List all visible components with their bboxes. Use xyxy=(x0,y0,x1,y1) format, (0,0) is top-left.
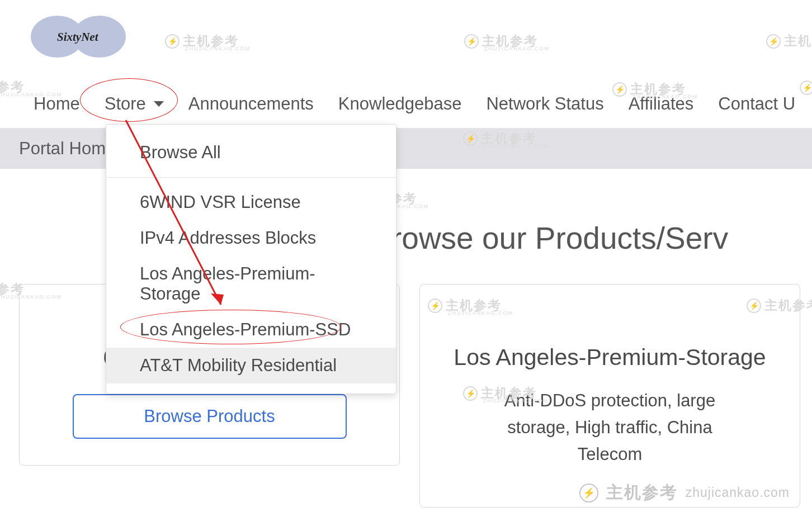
nav-affiliates[interactable]: Affiliates xyxy=(629,94,694,114)
footer-watermark: ⚡ 主机参考 zhujicankao.com xyxy=(579,481,790,504)
page-title: rowse our Products/Serv xyxy=(391,220,728,256)
dropdown-la-storage[interactable]: Los Angeles-Premium-Storage xyxy=(106,256,396,312)
nav-announcements[interactable]: Announcements xyxy=(188,94,314,114)
logo[interactable]: SixtyNet xyxy=(31,16,126,58)
watermark-icon: 参考 ZHUJICANKAO.COM xyxy=(0,78,25,96)
logo-text: SixtyNet xyxy=(57,30,98,44)
store-dropdown: Browse All 6WIND VSR License IPv4 Addres… xyxy=(106,124,396,394)
dropdown-la-ssd[interactable]: Los Angeles-Premium-SSD xyxy=(106,312,396,348)
nav-home[interactable]: Home xyxy=(34,94,80,114)
card-description: Anti-DDoS protection, large storage, Hig… xyxy=(420,387,800,468)
watermark-icon: ⚡主机参考ZHUJICANKAO.COM xyxy=(165,32,239,50)
dropdown-att-residential[interactable]: AT&T Mobility Residential xyxy=(106,348,396,383)
nav-store-label: Store xyxy=(105,94,146,114)
card-title: Los Angeles-Premium-Storage xyxy=(420,343,800,372)
watermark-icon: ⚡主机参考 xyxy=(766,32,812,50)
caret-down-icon xyxy=(154,101,164,107)
dropdown-browse-all[interactable]: Browse All xyxy=(106,135,396,170)
nav-knowledgebase[interactable]: Knowledgebase xyxy=(338,94,462,114)
dropdown-ipv4[interactable]: IPv4 Addresses Blocks xyxy=(106,220,396,256)
dropdown-divider xyxy=(106,177,396,178)
watermark-icon: ⚡ xyxy=(800,80,812,95)
nav-contact[interactable]: Contact U xyxy=(718,94,795,114)
product-card-la-storage: Los Angeles-Premium-Storage Anti-DDoS pr… xyxy=(419,284,800,508)
dropdown-6wind[interactable]: 6WIND VSR License xyxy=(106,184,396,220)
breadcrumb-portal-home[interactable]: Portal Home xyxy=(19,139,115,159)
browse-products-button[interactable]: Browse Products xyxy=(73,394,347,439)
nav-network-status[interactable]: Network Status xyxy=(486,94,603,114)
nav-store[interactable]: Store xyxy=(105,94,164,114)
watermark-icon: ⚡主机参考ZHUJICANKAO.COM xyxy=(464,32,538,50)
